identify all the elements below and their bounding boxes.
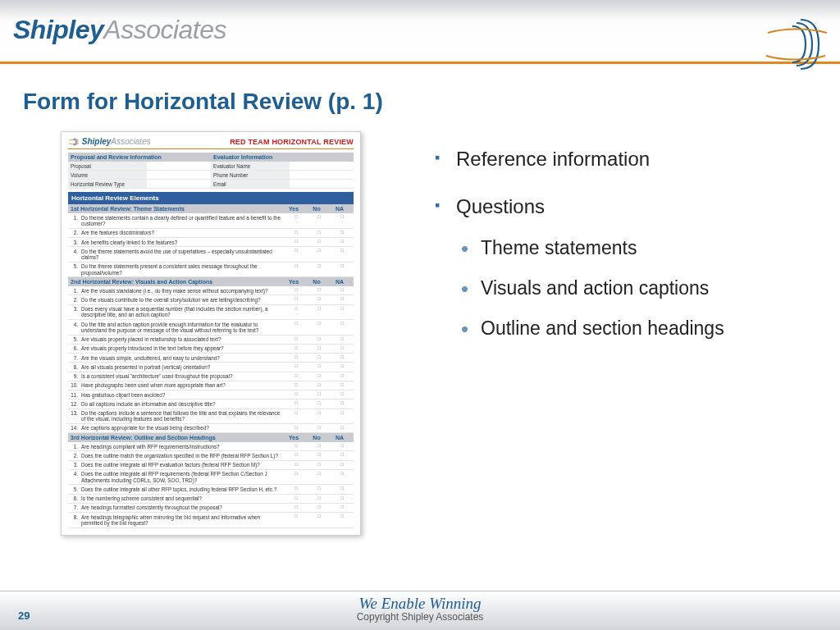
globe-icon [761,15,832,74]
question-row: 1.Are the visuals standalone (i.e., do t… [68,286,354,295]
brand-part1: Shipley [13,15,103,44]
elements-bar: Horizontal Review Elements [68,192,354,204]
question-row: 1.Do theme statements contain a clearly … [68,213,354,228]
bullet-reference: Reference information [435,146,724,172]
question-row: 6.Is the numbering scheme consistent and… [68,495,354,504]
question-row: 12.Do all captions include an informativ… [68,399,354,409]
question-row: 5.Do the theme statements present a cons… [68,262,354,277]
question-row: 7.Are headings formatted consistently th… [68,504,354,513]
page-number: 29 [18,609,30,622]
question-row: 4.Does the outline integrate all RFP req… [68,470,354,485]
question-row: 8.Are all visuals presented in portrait … [68,363,354,372]
sub-visuals: Visuals and action captions [456,276,724,301]
brand-logo: ShipleyAssociates [13,15,226,45]
brand-part2: Associates [103,15,226,44]
question-row: 1.Are headings compliant with RFP requir… [68,442,354,451]
question-row: 9.Is a consistent visual "architecture" … [68,372,354,381]
question-row: 4.Do the theme statements avoid the use … [68,247,354,262]
form-thumbnail: ShipleyAssociates RED TEAM HORIZONTAL RE… [61,131,361,536]
question-row: 10.Have photographs been used when more … [68,381,354,390]
footer: 29 We Enable Winning Copyright Shipley A… [0,591,840,630]
main-content: ShipleyAssociates RED TEAM HORIZONTAL RE… [0,115,840,536]
question-row: 3.Are benefits clearly linked to the fea… [68,238,354,247]
form-title: RED TEAM HORIZONTAL REVIEW [230,138,354,146]
question-row: 8.Are headings telegraphic when mirrorin… [68,513,354,527]
question-row: 3.Does the outline integrate all RFP eva… [68,461,354,470]
bullet-list: Reference information Questions Theme st… [435,146,724,363]
question-row: 2.Do the visuals contribute to the overa… [68,295,354,304]
question-row: 2.Does the outline match the organizatio… [68,451,354,460]
question-row: 6.Are visuals properly introduced in the… [68,345,354,354]
tagline: We Enable Winning [0,591,840,613]
question-row: 13.Do the captions include a sentence th… [68,409,354,424]
slide-title: Form for Horizontal Review (p. 1) [23,89,840,115]
question-row: 14.Are captions appropriate for the visu… [68,424,354,433]
question-row: 3.Does every visual have a sequential nu… [68,305,354,320]
header-band: ShipleyAssociates [0,0,840,64]
form-brand: ShipleyAssociates [68,137,151,146]
sub-theme: Theme statements [456,235,724,261]
question-row: 5.Are visuals properly placed in relatio… [68,336,354,345]
question-row: 7.Are the visuals simple, uncluttered, a… [68,354,354,363]
question-row: 4.Do the title and action caption provid… [68,320,354,335]
question-row: 5.Does the outline integrate all other R… [68,485,354,494]
bullet-questions: Questions Theme statements Visuals and a… [435,194,724,341]
copyright: Copyright Shipley Associates [0,611,840,623]
form-info: Proposal and Review Information Proposal… [68,153,354,189]
question-row: 2.Are the features discriminators? [68,229,354,238]
question-row: 11.Has gratuitous clipart been avoided? [68,390,354,399]
sub-outline: Outline and section headings [456,316,724,341]
